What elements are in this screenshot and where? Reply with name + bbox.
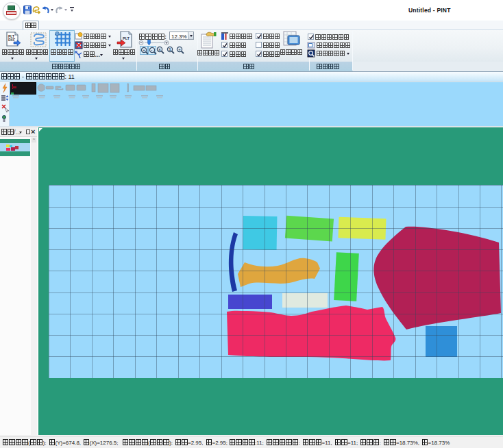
svg-text:+: + [143,48,145,52]
svg-text:-: - [151,48,152,52]
svg-text:PLT: PLT [123,36,130,40]
svg-text:+: + [178,47,181,51]
svg-text:DXF: DXF [8,38,15,42]
